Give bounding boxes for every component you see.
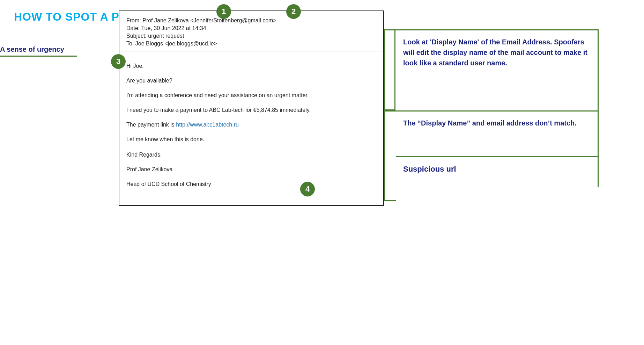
connector-line-mid	[384, 110, 396, 112]
email-header: From: Prof Jane Zelikova <JenniferStolte…	[119, 11, 383, 51]
annotation-2-block: The “Display Name” and email address don…	[396, 110, 599, 156]
email-para5: Let me know when this is done.	[126, 135, 376, 144]
email-greeting: Hi Joe,	[126, 62, 376, 70]
annotation-3-block: Suspicious url	[396, 156, 599, 187]
email-date: Date: Tue, 30 Jun 2022 at 14:34	[126, 25, 376, 31]
bracket-annotation-2	[384, 29, 395, 110]
annotation-2-text: The “Display Name” and email address don…	[403, 118, 591, 128]
badge-4: 4	[300, 182, 315, 196]
connector-line-top	[384, 29, 396, 30]
annotation-1-text: Look at 'Display Name' of the Email Addr…	[403, 37, 591, 68]
badge-3: 3	[111, 54, 126, 69]
annotation-1-block: Look at 'Display Name' of the Email Addr…	[396, 29, 599, 110]
email-sign1: Kind Regards,	[126, 151, 376, 159]
urgency-underline	[0, 56, 77, 57]
annotation-3-text: Suspicious url	[403, 163, 591, 175]
email-para3: I need you to make a payment to ABC Lab-…	[126, 106, 376, 114]
page-container: HOW TO SPOT A PHISHING EMAIL 1 2 3 4 A s…	[0, 0, 644, 345]
left-annotation-urgency: A sense of urgency	[0, 45, 112, 57]
email-para4-prefix: The payment link is	[126, 122, 176, 128]
right-border-line	[384, 29, 385, 201]
email-para1: Are you available?	[126, 77, 376, 85]
badge-1: 1	[216, 4, 231, 19]
email-para4: The payment link is http://www.abc1abtec…	[126, 121, 376, 129]
badge-2: 2	[286, 4, 301, 19]
email-body: Hi Joe, Are you available? I'm attending…	[119, 51, 383, 205]
email-sign2: Prof Jane Zelikova	[126, 165, 376, 174]
email-signature: Kind Regards, Prof Jane Zelikova Head of…	[126, 151, 376, 188]
urgency-label: A sense of urgency	[0, 45, 64, 53]
connector-line-bottom	[384, 200, 396, 201]
email-link[interactable]: http://www.abc1abtech.ru	[176, 122, 239, 128]
email-box: From: Prof Jane Zelikova <JenniferStolte…	[119, 10, 384, 206]
email-sign3: Head of UCD School of Chemistry	[126, 180, 376, 188]
email-to: To: Joe Bloggs <joe.bloggs@ucd.ie>	[126, 41, 376, 47]
email-para2: I'm attending a conference and need your…	[126, 91, 376, 100]
email-subject: Subject: urgent request	[126, 33, 376, 39]
right-annotations-container: Look at 'Display Name' of the Email Addr…	[396, 29, 599, 187]
email-from: From: Prof Jane Zelikova <JenniferStolte…	[126, 17, 376, 24]
